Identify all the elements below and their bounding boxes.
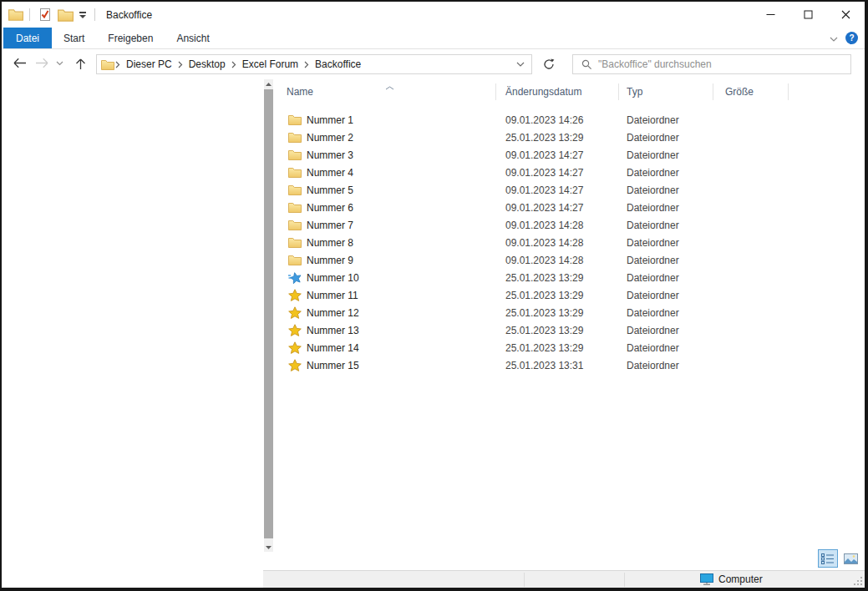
- maximize-button[interactable]: [789, 2, 827, 27]
- table-row[interactable]: Nummer 1425.01.2023 13:29Dateiordner: [273, 339, 865, 356]
- close-button[interactable]: [827, 2, 865, 27]
- view-toggle-group: [818, 549, 860, 568]
- file-modified: 09.01.2023 14:28: [495, 237, 618, 249]
- file-name: Nummer 3: [307, 149, 353, 161]
- table-row[interactable]: Nummer 409.01.2023 14:27Dateiordner: [273, 164, 865, 181]
- file-list: Name Änderungsdatum Typ Größe Nummer 109…: [273, 79, 865, 570]
- table-row[interactable]: Nummer 225.01.2023 13:29Dateiordner: [273, 129, 865, 146]
- column-header-type[interactable]: Typ: [627, 79, 710, 104]
- file-type: Dateiordner: [618, 360, 713, 371]
- file-name: Nummer 12: [307, 307, 359, 319]
- table-row[interactable]: Nummer 1225.01.2023 13:29Dateiordner: [273, 304, 865, 321]
- folder-icon: [288, 202, 302, 213]
- table-row[interactable]: Nummer 1325.01.2023 13:29Dateiordner: [273, 321, 865, 339]
- qat-dropdown-icon[interactable]: [77, 10, 89, 20]
- file-name-cell: Nummer 12: [273, 306, 495, 319]
- breadcrumb-item[interactable]: Dieser PC: [121, 58, 177, 70]
- breadcrumb-item[interactable]: Desktop: [184, 58, 231, 70]
- refresh-icon[interactable]: [537, 54, 561, 74]
- file-name-cell: Nummer 3: [273, 149, 495, 161]
- new-folder-icon[interactable]: [54, 7, 77, 23]
- column-header-modified[interactable]: Änderungsdatum: [505, 79, 614, 104]
- tab-ansicht[interactable]: Ansicht: [165, 28, 221, 48]
- file-type: Dateiordner: [618, 114, 713, 126]
- folder-icon: [288, 220, 302, 230]
- minimize-button[interactable]: [752, 2, 789, 27]
- file-type: Dateiordner: [618, 325, 713, 336]
- scrollbar-thumb[interactable]: [264, 89, 273, 538]
- resize-grip[interactable]: [854, 577, 862, 585]
- file-type: Dateiordner: [618, 184, 713, 196]
- monitor-icon: [700, 573, 713, 585]
- column-divider[interactable]: [713, 83, 713, 100]
- help-question-icon[interactable]: ?: [845, 32, 858, 44]
- table-row[interactable]: Nummer 109.01.2023 14:26Dateiordner: [273, 111, 865, 129]
- recent-chevron-icon[interactable]: [56, 61, 63, 66]
- file-name-cell: Nummer 10: [273, 271, 495, 284]
- table-row[interactable]: Nummer 509.01.2023 14:27Dateiordner: [273, 181, 865, 199]
- nav-pane-scrollbar[interactable]: [264, 79, 273, 552]
- breadcrumb-chevron-icon[interactable]: [178, 61, 183, 68]
- breadcrumb-chevron-icon[interactable]: [115, 61, 120, 68]
- tab-datei[interactable]: Datei: [3, 28, 52, 48]
- breadcrumb-item[interactable]: Backoffice: [310, 58, 366, 70]
- thumbnail-view-icon[interactable]: [840, 549, 860, 568]
- tab-start[interactable]: Start: [52, 28, 96, 48]
- column-header-name[interactable]: Name: [287, 79, 487, 104]
- column-header-row: Name Änderungsdatum Typ Größe: [273, 79, 865, 104]
- file-name: Nummer 14: [307, 342, 359, 354]
- scroll-up-icon[interactable]: [264, 79, 273, 88]
- file-modified: 25.01.2023 13:31: [495, 360, 618, 371]
- details-view-icon[interactable]: [818, 549, 838, 568]
- breadcrumb-dropdown-chevron-icon[interactable]: [516, 62, 525, 67]
- folder-icon: [288, 237, 302, 248]
- table-row[interactable]: Nummer 1025.01.2023 13:29Dateiordner: [273, 269, 865, 286]
- folder-icon: [288, 149, 302, 160]
- file-name-cell: Nummer 8: [273, 237, 495, 249]
- back-icon[interactable]: [13, 58, 27, 68]
- folder-icon: [288, 255, 302, 265]
- forward-icon[interactable]: [35, 58, 49, 68]
- ribbon-collapse-chevron-icon[interactable]: [830, 33, 838, 44]
- tab-freigeben[interactable]: Freigeben: [96, 28, 165, 48]
- breadcrumb-chevron-icon[interactable]: [231, 61, 236, 68]
- folder-icon: [288, 114, 302, 125]
- title-bar: Backoffice: [2, 2, 865, 28]
- file-type: Dateiordner: [618, 132, 713, 144]
- table-row[interactable]: Nummer 609.01.2023 14:27Dateiordner: [273, 199, 865, 216]
- scroll-down-icon[interactable]: [264, 543, 273, 552]
- status-computer-label: Computer: [718, 573, 763, 585]
- table-row[interactable]: Nummer 709.01.2023 14:28Dateiordner: [273, 216, 865, 234]
- column-divider[interactable]: [618, 83, 619, 100]
- properties-check-icon[interactable]: [36, 6, 54, 23]
- file-modified: 25.01.2023 13:29: [495, 307, 618, 319]
- star-gold-icon: [288, 341, 302, 354]
- breadcrumb[interactable]: Dieser PCDesktopExcel ForumBackoffice: [96, 54, 532, 74]
- explorer-window: Backoffice DateiStartFreigebenAnsicht ?: [0, 0, 868, 591]
- column-header-size[interactable]: Größe: [725, 79, 792, 104]
- table-row[interactable]: Nummer 809.01.2023 14:28Dateiordner: [273, 234, 865, 251]
- address-bar: Dieser PCDesktopExcel ForumBackoffice: [2, 49, 865, 79]
- file-name-cell: Nummer 2: [273, 132, 495, 144]
- file-name: Nummer 1: [307, 114, 353, 126]
- column-divider[interactable]: [495, 83, 496, 100]
- folder-icon: [288, 167, 302, 178]
- file-type: Dateiordner: [618, 237, 713, 249]
- file-name-cell: Nummer 7: [273, 220, 495, 231]
- file-name: Nummer 15: [307, 360, 359, 371]
- file-name: Nummer 5: [307, 184, 353, 196]
- table-row[interactable]: Nummer 309.01.2023 14:27Dateiordner: [273, 146, 865, 164]
- column-divider[interactable]: [788, 83, 789, 100]
- breadcrumb-chevron-icon[interactable]: [304, 61, 309, 68]
- breadcrumb-item[interactable]: Excel Forum: [237, 58, 303, 70]
- file-name-cell: Nummer 15: [273, 359, 495, 371]
- file-type: Dateiordner: [618, 342, 713, 354]
- up-icon[interactable]: [75, 58, 86, 70]
- table-row[interactable]: Nummer 1525.01.2023 13:31Dateiordner: [273, 356, 865, 374]
- table-row[interactable]: Nummer 909.01.2023 14:28Dateiordner: [273, 251, 865, 269]
- table-row[interactable]: Nummer 1125.01.2023 13:29Dateiordner: [273, 286, 865, 304]
- folder-icon: [8, 8, 23, 21]
- file-modified: 25.01.2023 13:29: [495, 290, 618, 301]
- file-modified: 09.01.2023 14:27: [495, 167, 618, 179]
- search-input[interactable]: [598, 58, 850, 70]
